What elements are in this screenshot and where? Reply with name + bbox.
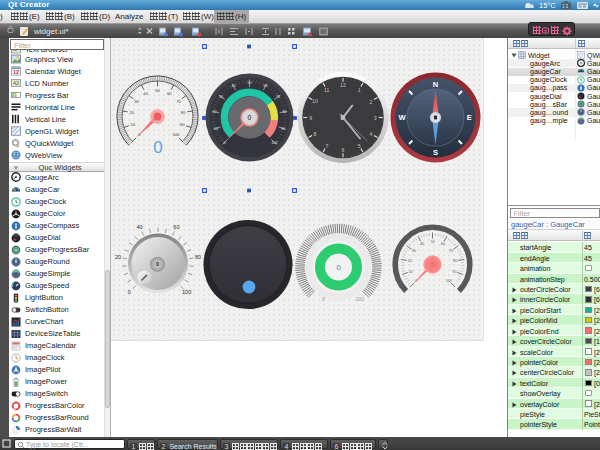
svg-text:100: 100	[172, 132, 180, 137]
svg-text:60: 60	[173, 224, 179, 230]
svg-text:100: 100	[272, 141, 278, 145]
svg-text:2: 2	[370, 99, 373, 105]
svg-text:7: 7	[325, 143, 328, 149]
svg-text:8: 8	[314, 131, 317, 137]
svg-text:50: 50	[248, 81, 252, 85]
svg-text:0: 0	[153, 138, 162, 157]
svg-text:100: 100	[446, 279, 452, 283]
svg-text:100: 100	[355, 296, 364, 302]
svg-text:W: W	[398, 113, 406, 122]
svg-text:60: 60	[441, 242, 445, 246]
svg-text:20: 20	[129, 110, 134, 115]
svg-text:90: 90	[281, 127, 285, 131]
svg-text:20: 20	[115, 254, 121, 260]
svg-text:50: 50	[430, 240, 434, 244]
svg-text:5: 5	[358, 143, 361, 149]
svg-text:40: 40	[136, 224, 142, 230]
svg-text:70: 70	[449, 249, 453, 253]
svg-text:E: E	[467, 113, 472, 122]
svg-text:30: 30	[219, 95, 223, 99]
svg-text:70: 70	[176, 99, 181, 104]
svg-text:20: 20	[408, 259, 412, 263]
svg-text:80: 80	[181, 110, 186, 115]
svg-text:20: 20	[213, 110, 217, 114]
svg-text:N: N	[433, 80, 438, 89]
svg-text:3: 3	[374, 115, 377, 121]
svg-text:9: 9	[309, 115, 312, 121]
svg-text:S: S	[433, 148, 438, 157]
svg-text:10: 10	[408, 270, 412, 274]
svg-text:70: 70	[276, 95, 280, 99]
svg-text:80: 80	[195, 254, 201, 260]
svg-text:100: 100	[182, 289, 191, 295]
svg-text:40: 40	[232, 84, 236, 88]
svg-text:0: 0	[248, 114, 252, 121]
svg-text:6: 6	[342, 147, 345, 153]
svg-text:4: 4	[370, 131, 373, 137]
svg-text:30: 30	[412, 249, 416, 253]
svg-text:50: 50	[155, 88, 160, 93]
svg-text:11: 11	[324, 87, 329, 93]
svg-text:0: 0	[224, 141, 226, 145]
svg-text:12: 12	[340, 82, 346, 88]
svg-text:12: 12	[13, 69, 19, 75]
svg-text:1: 1	[358, 87, 361, 93]
svg-text:0: 0	[336, 263, 341, 272]
svg-text:80: 80	[282, 110, 286, 114]
svg-text:90: 90	[452, 270, 456, 274]
svg-text:10: 10	[312, 98, 318, 104]
svg-text:60: 60	[167, 91, 172, 96]
svg-text:10: 10	[214, 127, 218, 131]
svg-text:40: 40	[143, 91, 148, 96]
svg-text:0: 0	[128, 289, 131, 295]
svg-text:0: 0	[156, 261, 159, 267]
svg-text:42: 42	[13, 80, 19, 86]
svg-text:90: 90	[180, 122, 185, 127]
svg-text:10: 10	[130, 122, 135, 127]
svg-text:40: 40	[420, 242, 424, 246]
svg-text:30: 30	[134, 99, 139, 104]
svg-text:0: 0	[322, 296, 325, 302]
svg-text:80: 80	[453, 259, 457, 263]
svg-text:60: 60	[264, 84, 268, 88]
